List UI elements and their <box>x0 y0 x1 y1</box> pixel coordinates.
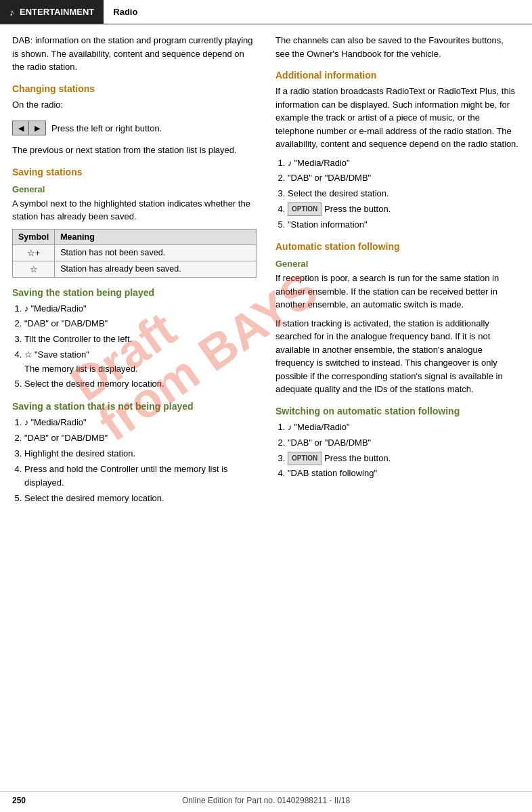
option-button: OPTION <box>288 202 322 216</box>
music-note-icon: ♪ <box>288 158 292 168</box>
list-item: Press and hold the Controller until the … <box>24 463 257 491</box>
additional-info-heading: Additional information <box>275 70 520 81</box>
nav-instruction: Press the left or right button. <box>51 123 162 133</box>
step-text: "DAB" or "DAB/DMB" <box>288 173 371 183</box>
switching-on-heading: Switching on automatic station following <box>275 406 520 416</box>
meaning-cell: Station has not been saved. <box>55 244 257 261</box>
general-text: A symbol next to the highlighted station… <box>12 197 257 223</box>
table-row: ☆+Station has not been saved. <box>13 244 257 261</box>
music-note-icon: ♪ <box>24 303 29 314</box>
nav-button-row: ◀ ▶ Press the left or right button. <box>12 116 257 140</box>
list-item: "DAB" or "DAB/DMB" <box>288 436 520 450</box>
symbol-cell: ☆+ <box>13 244 55 261</box>
saving-not-played-list: ♪"Media/Radio""DAB" or "DAB/DMB"Highligh… <box>24 416 257 506</box>
list-item: ♪"Media/Radio" <box>24 416 257 430</box>
symbol-cell: ☆ <box>13 261 55 277</box>
table-header-meaning: Meaning <box>55 229 257 244</box>
list-item: "DAB" or "DAB/DMB" <box>24 317 257 331</box>
list-item: OPTION Press the button. <box>288 202 520 217</box>
footer: Online Edition for Part no. 01402988211 … <box>0 791 532 805</box>
step-text: Highlight the desired station. <box>24 448 135 458</box>
list-item: "DAB" or "DAB/DMB" <box>288 171 520 186</box>
changing-stations-after: The previous or next station from the st… <box>12 144 257 157</box>
list-item: Select the desired memory location. <box>24 492 257 506</box>
step-text: Press the button. <box>324 204 391 214</box>
step-text: "DAB station following" <box>288 468 377 478</box>
step-text: "Media/Radio" <box>294 158 350 168</box>
step-text: "DAB" or "DAB/DMB" <box>24 318 108 328</box>
list-item: ☆"Save station"The memory list is displa… <box>24 348 257 377</box>
music-note-icon: ♪ <box>24 417 29 427</box>
list-item: ♪"Media/Radio" <box>24 302 257 316</box>
main-content: DAB: information on the station and prog… <box>0 24 532 511</box>
header-section-label: ENTERTAINMENT <box>20 7 94 17</box>
step-text: "Media/Radio" <box>31 417 87 427</box>
footer-text: Online Edition for Part no. 01402988211 … <box>182 796 350 805</box>
channels-text: The channels can also be saved to the Fa… <box>275 34 520 60</box>
changing-stations-heading: Changing stations <box>12 83 257 94</box>
step-text: "Save station"The memory list is display… <box>24 349 138 374</box>
music-note-icon: ♪ <box>288 422 292 432</box>
header-radio: Radio <box>104 7 147 17</box>
list-item: Tilt the Controller to the left. <box>24 333 257 347</box>
auto-general-subheading: General <box>275 259 520 269</box>
meaning-cell: Station has already been saved. <box>55 261 257 277</box>
step-text: "Media/Radio" <box>31 303 87 314</box>
list-item: OPTION Press the button. <box>288 452 520 466</box>
switching-on-list: ♪"Media/Radio""DAB" or "DAB/DMB"OPTION P… <box>288 421 520 481</box>
step-text: Select the desired memory location. <box>24 379 164 389</box>
list-item: "DAB station following" <box>288 467 520 481</box>
step-text: Select the desired station. <box>288 188 389 198</box>
list-item: Select the desired memory location. <box>24 377 257 391</box>
auto-para2: If station tracking is activated, the st… <box>275 317 520 396</box>
list-item: "DAB" or "DAB/DMB" <box>24 431 257 446</box>
saving-stations-heading: Saving stations <box>12 167 257 177</box>
option-button: OPTION <box>288 452 322 465</box>
table-row: ☆Station has already been saved. <box>13 261 257 277</box>
symbol-table: Symbol Meaning ☆+Station has not been sa… <box>12 229 257 278</box>
step-text: Press the button. <box>324 453 391 463</box>
step-text: Press and hold the Controller until the … <box>24 464 228 488</box>
step-text: "DAB" or "DAB/DMB" <box>288 437 371 448</box>
music-note-icon: ☆ <box>24 349 32 360</box>
header-entertainment: ♪ ENTERTAINMENT <box>0 0 104 24</box>
auto-para1: If reception is poor, a search is run fo… <box>275 272 520 312</box>
list-item: Highlight the desired station. <box>24 447 257 461</box>
saving-played-heading: Saving the station being played <box>12 287 257 298</box>
step-text: Select the desired memory location. <box>24 493 164 503</box>
auto-following-heading: Automatic station following <box>275 241 520 252</box>
additional-info-list: ♪"Media/Radio""DAB" or "DAB/DMB"Select t… <box>288 156 520 232</box>
intro-text: DAB: information on the station and prog… <box>12 34 257 74</box>
list-item: ♪"Media/Radio" <box>288 421 520 435</box>
additional-info-body: If a radio station broadcasts RadioText … <box>275 85 520 151</box>
nav-buttons[interactable]: ◀ ▶ <box>12 121 46 135</box>
left-column: DAB: information on the station and prog… <box>0 34 266 511</box>
next-station-button[interactable]: ▶ <box>29 121 45 135</box>
list-item: Select the desired station. <box>288 187 520 201</box>
header: ♪ ENTERTAINMENT Radio <box>0 0 532 24</box>
music-icon: ♪ <box>9 7 14 18</box>
right-column: The channels can also be saved to the Fa… <box>266 34 532 511</box>
prev-station-button[interactable]: ◀ <box>13 121 29 135</box>
table-header-symbol: Symbol <box>13 229 55 244</box>
saving-not-played-heading: Saving a station that is not being playe… <box>12 401 257 412</box>
step-text: Tilt the Controller to the left. <box>24 334 132 344</box>
changing-stations-sub: On the radio: <box>12 98 257 112</box>
list-item: ♪"Media/Radio" <box>288 156 520 171</box>
saving-played-list: ♪"Media/Radio""DAB" or "DAB/DMB"Tilt the… <box>24 302 257 392</box>
list-item: "Station information" <box>288 218 520 232</box>
step-text: "DAB" or "DAB/DMB" <box>24 433 108 443</box>
step-text: "Media/Radio" <box>294 422 350 432</box>
step-text: "Station information" <box>288 219 368 230</box>
general-subheading: General <box>12 184 257 194</box>
